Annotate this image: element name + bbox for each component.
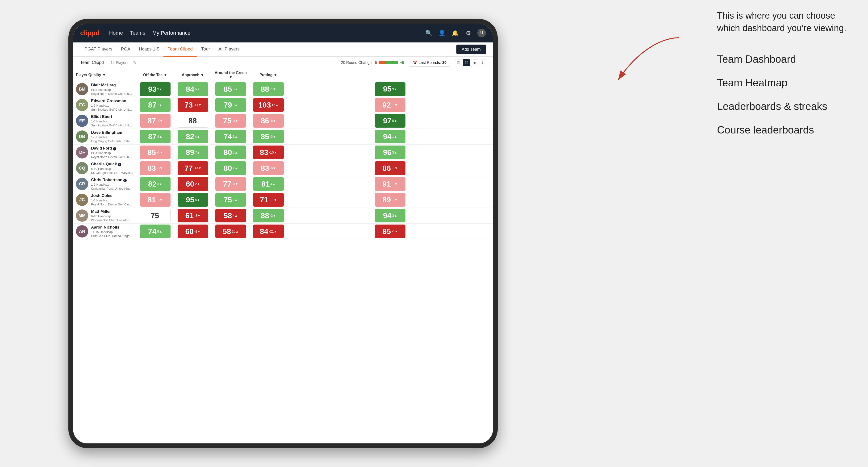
add-team-button[interactable]: Add Team: [456, 44, 486, 54]
score-box: 61 -3▼: [178, 209, 208, 222]
view-list-icon[interactable]: ☰: [455, 59, 462, 66]
player-club: Gog Magog Golf Club, United Kingdom: [91, 139, 133, 143]
sub-nav-tour[interactable]: Tour: [197, 42, 214, 57]
user-icon[interactable]: 👤: [438, 29, 446, 37]
score-box: 77 -14▼: [178, 161, 208, 175]
score-change: -11▼: [269, 198, 277, 201]
score-box: 87 1▲: [140, 98, 170, 112]
player-name: Josh Coles: [91, 193, 133, 198]
score-box: 84 6▲: [178, 82, 208, 96]
score-cell: 81 4▲: [250, 176, 287, 192]
score-value: 92: [382, 101, 391, 110]
sub-nav-hcaps[interactable]: Hcaps 1-5: [135, 42, 164, 57]
option-course-leaderboards[interactable]: Course leaderboards: [717, 124, 854, 136]
score-change: -8▼: [392, 166, 398, 170]
score-value: 91: [382, 180, 391, 188]
view-grid-icon[interactable]: ☷: [463, 59, 470, 66]
score-value: 87: [148, 101, 157, 110]
score-value: 81: [148, 195, 156, 204]
table-row: DB Dave Billingham 1-5 Handicap Gog Mago…: [73, 129, 493, 145]
score-cell: 87 -3▼: [136, 113, 174, 129]
score-change: -3▼: [232, 182, 238, 186]
score-cell: 92 -3▼: [287, 97, 493, 113]
score-cell: 96 3▲: [287, 145, 493, 160]
col-header-around-green: Around the Green ▼: [212, 69, 250, 81]
col-header-approach: Approach ▼: [174, 69, 212, 81]
table-row: MM Matt Miller 6-10 Handicap Woburn Golf…: [73, 208, 493, 224]
score-cell: 94 1▲: [287, 129, 493, 145]
edit-icon[interactable]: ✎: [133, 60, 136, 65]
nav-item-teams[interactable]: Teams: [130, 30, 145, 36]
score-cell: 85 -3▼: [250, 129, 287, 145]
search-icon[interactable]: 🔍: [425, 29, 433, 37]
option-leaderboards[interactable]: Leaderboards & streaks: [717, 100, 854, 112]
view-heatmap-icon[interactable]: ▣: [471, 59, 478, 66]
table-row: JC Josh Coles 1-5 Handicap Royal North D…: [73, 192, 493, 208]
nav-item-my-performance[interactable]: My Performance: [152, 30, 190, 36]
score-cell: 71 -11▼: [250, 192, 287, 208]
player-cell[interactable]: AN Aaron Nicholls 11-15 Handicap Drift G…: [73, 224, 136, 239]
last-rounds-button[interactable]: 📅 Last Rounds: 20: [409, 59, 450, 66]
score-change: -3▼: [157, 198, 163, 201]
player-handicap: 1-5 Handicap: [91, 183, 133, 186]
sub-nav-pgat[interactable]: PGAT Players: [80, 42, 117, 57]
nav-bar: clippd Home Teams My Performance 🔍 👤 🔔 ⚙…: [73, 24, 493, 42]
score-box: 89 7▲: [178, 146, 208, 159]
score-change: 9▲: [232, 103, 238, 107]
option-team-dashboard[interactable]: Team Dashboard: [717, 53, 854, 65]
settings-icon[interactable]: ⚙: [464, 29, 473, 37]
sub-nav-pga[interactable]: PGA: [117, 42, 135, 57]
score-change: 4▲: [157, 135, 162, 138]
score-cell: 87 1▲: [136, 97, 174, 113]
player-cell[interactable]: JC Josh Coles 1-5 Handicap Royal North D…: [73, 192, 136, 208]
ipad-screen: clippd Home Teams My Performance 🔍 👤 🔔 ⚙…: [73, 24, 493, 443]
score-change: 1▲: [392, 135, 397, 138]
score-cell: 85 8▲: [212, 81, 250, 97]
score-cell: 87 4▲: [136, 129, 174, 145]
score-value: 84: [260, 227, 269, 236]
player-cell[interactable]: EE Elliot Ebert 1-5 Handicap Sunningdale…: [73, 113, 136, 129]
player-club: Woburn Golf Club, United Kingdom: [91, 218, 133, 222]
score-change: 8▲: [157, 229, 162, 233]
player-cell[interactable]: DB Dave Billingham 1-5 Handicap Gog Mago…: [73, 129, 136, 144]
score-box: 88 -2▼: [253, 209, 284, 222]
player-info: Charlie Quick✓ 6-10 Handicap St. George'…: [91, 162, 133, 175]
sub-nav-all-players[interactable]: All Players: [214, 42, 244, 57]
player-cell[interactable]: EC Edward Crossman 1-5 Handicap Sunningd…: [73, 97, 136, 113]
score-box: 86 -6▼: [253, 114, 284, 128]
player-cell[interactable]: BM Blair McHarg Plus Handicap Royal Nort…: [73, 81, 136, 97]
score-box: 74 8▲: [140, 224, 170, 238]
score-box: 87 -3▼: [140, 114, 170, 128]
round-change: 20 Round Change -5 +5: [341, 61, 404, 65]
score-value: 60: [186, 180, 194, 188]
avatar[interactable]: U: [477, 29, 486, 37]
player-avatar: BM: [76, 83, 88, 95]
score-value: 95: [186, 195, 194, 204]
player-club: Craigmillar Park, United Kingdom: [91, 187, 133, 190]
col-header-off-tee: Off the Tee ▼: [136, 69, 174, 81]
player-cell[interactable]: DF David Ford✓ Plus Handicap Royal North…: [73, 145, 136, 160]
option-team-heatmap[interactable]: Team Heatmap: [717, 77, 854, 89]
score-box: 83 -10▼: [253, 146, 284, 159]
sub-nav-team-clippd[interactable]: Team Clippd: [163, 42, 197, 57]
score-change: 5▲: [392, 119, 397, 123]
bell-icon[interactable]: 🔔: [451, 29, 460, 37]
score-box: 85 -3▼: [253, 130, 284, 144]
player-cell[interactable]: MM Matt Miller 6-10 Handicap Woburn Golf…: [73, 208, 136, 223]
score-value: 89: [382, 195, 391, 204]
score-change: 2▲: [232, 198, 238, 201]
player-handicap: Plus Handicap: [91, 88, 133, 92]
score-value: 80: [224, 148, 232, 157]
player-handicap: 1-5 Handicap: [91, 198, 133, 202]
player-name: Chris Robertson✓: [91, 178, 133, 182]
score-change: -2▼: [392, 198, 398, 201]
score-change: 9▲: [392, 87, 397, 91]
team-name: Team Clippd: [80, 60, 104, 65]
score-cell: 83 -6▼: [250, 160, 287, 176]
player-cell[interactable]: CQ Charlie Quick✓ 6-10 Handicap St. Geor…: [73, 160, 136, 176]
player-cell[interactable]: CR Chris Robertson✓ 1-5 Handicap Craigmi…: [73, 176, 136, 192]
score-change: -3▼: [194, 214, 200, 217]
nav-item-home[interactable]: Home: [109, 30, 123, 36]
score-value: 79: [224, 101, 232, 110]
view-download-icon[interactable]: ↧: [479, 59, 486, 66]
